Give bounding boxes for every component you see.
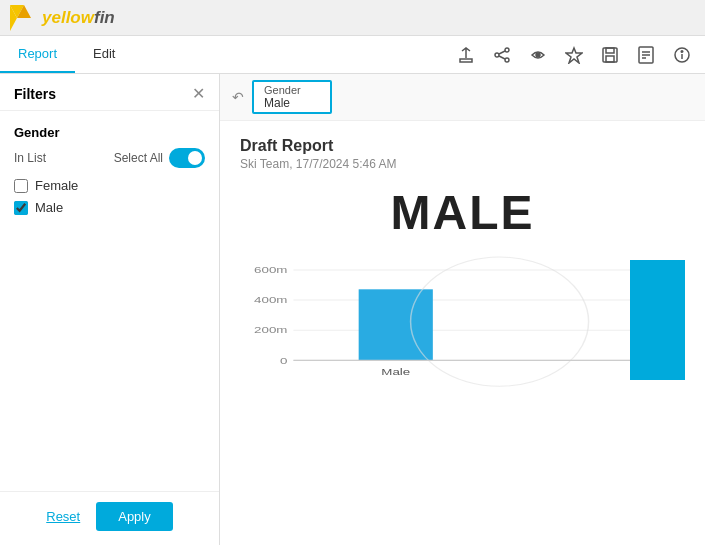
tab-edit[interactable]: Edit xyxy=(75,36,133,73)
female-checkbox-item: Female xyxy=(14,178,205,193)
male-checkbox-item: Male xyxy=(14,200,205,215)
svg-point-19 xyxy=(681,50,683,52)
svg-rect-28 xyxy=(359,289,433,360)
svg-point-8 xyxy=(536,53,540,57)
female-label: Female xyxy=(35,178,78,193)
filter-body: Gender In List Select All Female Male xyxy=(0,111,219,491)
male-checkbox[interactable] xyxy=(14,201,28,215)
male-heading: MALE xyxy=(240,185,685,240)
svg-rect-11 xyxy=(606,48,614,53)
svg-text:0: 0 xyxy=(280,354,288,365)
logo: yellowfin xyxy=(10,5,115,31)
svg-text:600m: 600m xyxy=(254,264,287,275)
gender-filter-title: Gender xyxy=(14,125,205,140)
svg-rect-10 xyxy=(603,48,617,62)
apply-button[interactable]: Apply xyxy=(96,502,173,531)
filter-footer: Reset Apply xyxy=(0,491,219,545)
filter-header: Filters ✕ xyxy=(0,74,219,111)
nav-icons xyxy=(451,36,705,73)
bar-chart-wrap: 600m 400m 200m 0 xyxy=(240,257,685,400)
breadcrumb-filter-value: Male xyxy=(264,96,320,110)
male-label: Male xyxy=(35,200,63,215)
svg-text:200m: 200m xyxy=(254,324,287,335)
chart-container: 600m 400m 200m 0 xyxy=(240,250,685,400)
close-filter-button[interactable]: ✕ xyxy=(192,86,205,102)
svg-marker-9 xyxy=(566,48,582,63)
in-list-label: In List xyxy=(14,151,46,165)
select-all-toggle[interactable] xyxy=(169,148,205,168)
filter-in-list-row: In List Select All xyxy=(14,148,205,168)
main: Filters ✕ Gender In List Select All Fema… xyxy=(0,74,705,545)
svg-point-5 xyxy=(495,53,499,57)
topbar: yellowfin xyxy=(0,0,705,36)
logo-fin: fin xyxy=(94,8,115,27)
svg-line-7 xyxy=(499,56,505,59)
info-icon[interactable] xyxy=(667,40,697,70)
favorite-icon[interactable] xyxy=(559,40,589,70)
filter-breadcrumb: ↶ Gender Male xyxy=(220,74,705,121)
right-partial-bar xyxy=(630,260,685,380)
report-title: Draft Report xyxy=(240,137,685,155)
save-icon[interactable] xyxy=(595,40,625,70)
share-icon[interactable] xyxy=(487,40,517,70)
svg-point-3 xyxy=(505,48,509,52)
reset-button[interactable]: Reset xyxy=(46,509,80,524)
svg-text:400m: 400m xyxy=(254,294,287,305)
svg-line-6 xyxy=(499,51,505,54)
svg-text:Male: Male xyxy=(381,366,410,377)
bar-chart-svg: 600m 400m 200m 0 xyxy=(240,257,685,397)
tab-report[interactable]: Report xyxy=(0,36,75,73)
svg-point-29 xyxy=(411,257,589,386)
breadcrumb-back-icon[interactable]: ↶ xyxy=(232,89,244,105)
export-icon[interactable] xyxy=(451,40,481,70)
filter-title: Filters xyxy=(14,86,56,102)
logo-yellow: yellow xyxy=(42,8,94,27)
svg-rect-12 xyxy=(606,56,614,62)
svg-point-4 xyxy=(505,58,509,62)
report-subtitle: Ski Team, 17/7/2024 5:46 AM xyxy=(240,157,685,171)
report-area: Draft Report Ski Team, 17/7/2024 5:46 AM… xyxy=(220,121,705,545)
filter-panel: Filters ✕ Gender In List Select All Fema… xyxy=(0,74,220,545)
select-all-label: Select All xyxy=(114,151,163,165)
content-area: ↶ Gender Male Draft Report Ski Team, 17/… xyxy=(220,74,705,545)
subscribe-icon[interactable] xyxy=(523,40,553,70)
breadcrumb-filter-name: Gender xyxy=(264,84,320,96)
logo-icon xyxy=(10,5,38,31)
navbar: Report Edit xyxy=(0,36,705,74)
breadcrumb-chip: Gender Male xyxy=(252,80,332,114)
report-icon[interactable] xyxy=(631,40,661,70)
female-checkbox[interactable] xyxy=(14,179,28,193)
